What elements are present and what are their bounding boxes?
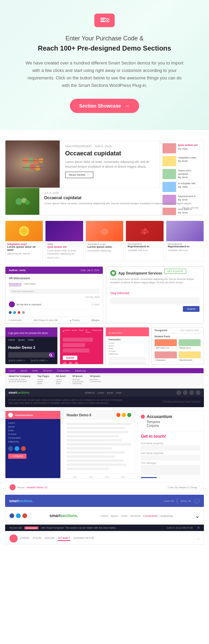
hm1-nav: Lorem Ipsum Dolor	[5, 337, 57, 343]
svg-point-24	[146, 230, 149, 233]
food-grid: Quis autem vel Neque porro Voluptatem Re…	[154, 339, 201, 362]
last-name-input[interactable]	[141, 455, 200, 460]
blog-card: Voluptatem sequi Lorem ipsum dolor conse…	[86, 221, 124, 261]
search-icon[interactable]	[49, 352, 55, 358]
footer-mockup-1: Lorem Ipsum Dolor Sit Amet Consectetur A…	[5, 368, 204, 386]
header-pink-button[interactable]: Submit	[63, 356, 78, 360]
footer-social-icons	[176, 390, 201, 395]
instagram-icon	[196, 390, 201, 395]
header-demo-form: ● Lorem Ipsum Favourites Lorem Ipsum Dol…	[106, 327, 149, 364]
blog-card: Uncategorized Reprehenderit in voluptate…	[166, 221, 204, 261]
twitter-icon	[13, 311, 16, 314]
footer-nav: SEARCH Lorem Ipsum Dolor	[85, 392, 122, 394]
svg-rect-1	[100, 19, 104, 20]
forum-tab[interactable]: Start topics	[24, 282, 36, 286]
header-demo-pink: ≡ Lorem Ipsum Dolor Si Amet Adipiscing S…	[60, 327, 103, 364]
forum-appdev-row: Author: metz Date: Jan 6, 2018 nft Discu…	[5, 266, 204, 324]
first-name-input[interactable]	[141, 445, 200, 451]
food-grid-nav: ‹ 1 2 3 ›	[152, 364, 204, 364]
blog-sidebar: Quis autem velBy: meta Voluptatem sequiB…	[159, 140, 204, 188]
sidebar-item: Neque porro quisquamBy: Amet	[163, 169, 201, 179]
svg-point-26	[141, 232, 143, 234]
form-input[interactable]	[109, 357, 146, 360]
sidebar-item: Quis autem velBy: meta	[163, 143, 201, 153]
send-button[interactable]: Send	[141, 477, 157, 478]
forum-icons	[9, 311, 99, 314]
read-more-link[interactable]: READ MORE	[183, 206, 199, 209]
create-button[interactable]: + CREATE	[8, 454, 26, 459]
close-icon[interactable]: ✕	[197, 526, 200, 530]
card-image	[166, 221, 204, 241]
card-image	[126, 221, 163, 241]
section-showcase-button[interactable]: Section Showcase →	[70, 99, 139, 113]
google-icon	[21, 446, 26, 451]
brand-name: smartsections.	[9, 499, 33, 503]
svg-point-27	[112, 272, 115, 274]
blog-row-2-content: JUL 9, 2018 Occaecat cupidatat Lorem ips…	[39, 188, 204, 215]
header-demo-2: Logo goes here for preview this demo Lor…	[5, 327, 58, 364]
read-more-button[interactable]: READ MORE →	[65, 172, 93, 178]
svg-point-6	[28, 158, 33, 163]
blog-meta: UNCATEGORIZED JAN 6, 2018	[65, 145, 154, 148]
contact-left-mockup: smartsections. Lorem Ipsum Dolor Si Amet…	[5, 411, 61, 478]
sidebar-item: Voluptatem sequiBy: Amet	[163, 156, 201, 166]
app-dev-mockup: App Development Services GET A QUOTE Lor…	[106, 266, 204, 324]
svg-point-7	[33, 159, 39, 164]
nav-items: LOREM IPSUM DOLOR SIT AMET CONSECTETUR	[20, 536, 94, 541]
hero-section: Enter Your Purchase Code & Reach 100+ Pr…	[0, 0, 209, 130]
contact-section: smartsections. Lorem Ipsum Dolor Si Amet…	[5, 411, 204, 478]
footers-row: Lorem Ipsum Dolor Sit Amet Consectetur A…	[5, 368, 204, 407]
search-icon[interactable]: ⌕	[197, 537, 200, 541]
footer-mockup-2: smartsections. SEARCH Lorem Ipsum Dolor	[5, 389, 204, 407]
nav-bar-breadcrumb: Home / Header Demo 11 f Like Our Header …	[5, 482, 204, 493]
sidebar-thumb	[163, 169, 176, 179]
forum-tab[interactable]: Discussions	[9, 282, 21, 286]
admin-badge: this content	[24, 527, 38, 529]
contact-right-mockup: Accusantium Tempora Corpora Get in touch…	[137, 411, 204, 478]
chevron-down-icon: ⌄	[195, 513, 200, 519]
google-icon	[18, 311, 20, 314]
header-search	[8, 352, 55, 358]
form-input[interactable]	[109, 361, 146, 364]
twitter-icon	[183, 390, 188, 395]
forum-footer: 0 comments Add Disqus to your site ● Pri…	[5, 317, 103, 323]
search-icon-pill[interactable]: ⌕	[194, 499, 200, 503]
logo-icon	[8, 413, 13, 417]
final-nav-bar: LOREM IPSUM DOLOR SIT AMET CONSECTETUR ⌕	[5, 532, 204, 545]
card-image	[5, 221, 43, 241]
blog-card: Uncategorized Reprehenderit in voluptate…	[126, 221, 164, 261]
app-icon	[110, 270, 116, 276]
brand-icon	[10, 534, 18, 543]
twitter-icon	[16, 513, 21, 518]
facebook-icon	[8, 446, 13, 451]
get-in-touch-label: Get in touch!	[141, 434, 200, 439]
forum-body: nft Discussion Discussions Start topics …	[5, 274, 103, 317]
card-image	[86, 221, 123, 241]
svg-rect-2	[100, 21, 105, 22]
hero-icon	[94, 14, 115, 27]
brand-name: smartsections.	[50, 513, 78, 518]
google-icon	[189, 390, 194, 395]
app-email-input[interactable]	[110, 298, 200, 304]
header-demo-2-title: Header Demo 2	[8, 345, 55, 349]
forum-tabs: Discussions Start topics	[9, 282, 99, 286]
blog-row-2: JUL 9, 2018 Occaecat cupidatat Lorem ips…	[5, 188, 204, 215]
blog-post-text: Lorem ipsum dolor sit amet, consectetur …	[65, 160, 154, 169]
blog-card: meta Quis autem vel Lorem ipsum dolor si…	[45, 221, 83, 261]
food-grid-item: Quis autem vel	[154, 339, 177, 350]
facebook-icon	[176, 390, 181, 395]
forum-search[interactable]: Start your discussion...	[9, 289, 99, 294]
app-submit-button[interactable]: Submit	[183, 306, 200, 312]
get-quote-button[interactable]: GET A QUOTE	[164, 269, 186, 274]
nav-bar-smart: smartsections. Lorem Sit | Dolor | Sit ⌕	[5, 495, 204, 507]
blog-row-2-title: Occaecat cupidatat	[44, 195, 199, 200]
message-input[interactable]	[141, 465, 200, 475]
hero-description: We have created over a hundred different…	[23, 59, 186, 89]
card-image	[45, 221, 83, 241]
delete-button[interactable]: ✕	[193, 478, 200, 479]
showcase-area: UNCATEGORIZED JAN 6, 2018 Occaecat cupid…	[0, 130, 209, 555]
svg-point-14	[16, 198, 22, 205]
facebook-icon	[9, 311, 12, 314]
footer-credit: Proudly powered by Smart Sections	[163, 400, 201, 403]
contact-icon	[141, 415, 145, 419]
